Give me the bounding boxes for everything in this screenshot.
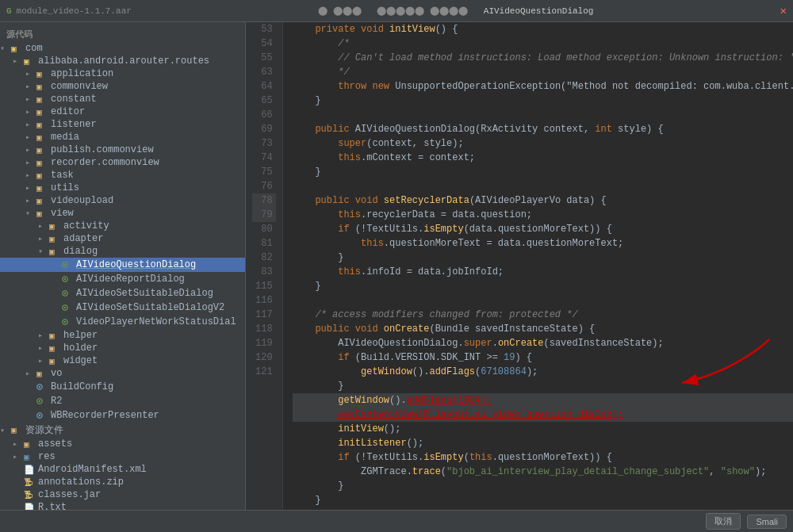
tree-label: R2 bbox=[51, 396, 62, 407]
folder-icon: ▣ bbox=[49, 343, 62, 354]
tree-item-holder[interactable]: ▸▣holder bbox=[0, 342, 245, 354]
tree-item-dialog[interactable]: ▾▣dialog bbox=[0, 245, 245, 258]
class-g-icon: ⊙ bbox=[62, 287, 75, 300]
module-name: module_video-1.1.7.aar bbox=[17, 6, 132, 16]
tree-item-helper[interactable]: ▸▣helper bbox=[0, 329, 245, 342]
tree-item-aivideosetsuitabledialog[interactable]: ⊙AIVideoSetSuitableDialog bbox=[0, 286, 245, 300]
tree-item-view[interactable]: ▾▣view bbox=[0, 207, 245, 220]
tree-item-res[interactable]: ▸▣res bbox=[0, 450, 245, 463]
folder-icon: ▣ bbox=[36, 158, 49, 168]
tree-item-aivideoquestiondialog[interactable]: ⊙AIVideoQuestionDialog bbox=[0, 258, 245, 272]
tree-item-constant[interactable]: ▸▣constant bbox=[0, 93, 245, 105]
tree-label: dialog bbox=[63, 246, 98, 257]
class-g-icon: ⊙ bbox=[62, 273, 75, 285]
folder-icon: ▣ bbox=[36, 369, 49, 379]
folder-icon: ▣ bbox=[11, 425, 24, 435]
cancel-button[interactable]: 取消 bbox=[706, 513, 741, 530]
tree-item-recorder.commonview[interactable]: ▸▣recorder.commonview bbox=[0, 156, 245, 169]
code-line: } bbox=[293, 379, 793, 393]
code-panel[interactable]: 5354556364656669737475767879808182831151… bbox=[246, 22, 793, 510]
package-icon: ▣ bbox=[24, 56, 36, 67]
tree-item-media[interactable]: ▸▣media bbox=[0, 131, 245, 144]
tree-label: annotations.zip bbox=[38, 477, 124, 488]
tree-label: constant bbox=[51, 94, 97, 105]
line-number: 64 bbox=[252, 79, 276, 94]
tree-item-r2[interactable]: ⊙R2 bbox=[0, 394, 245, 408]
tree-item-application[interactable]: ▸▣application bbox=[0, 67, 245, 80]
tree-label: res bbox=[38, 451, 56, 462]
tree-label: vo bbox=[51, 368, 62, 379]
title-bar-icon: G bbox=[6, 6, 12, 16]
code-line: private void initView() { bbox=[293, 22, 793, 36]
tree-item-vo[interactable]: ▸▣vo bbox=[0, 367, 245, 380]
folder-icon: ▣ bbox=[36, 183, 49, 193]
tree-item-activity[interactable]: ▸▣activity bbox=[0, 220, 245, 232]
tree-item-aivideosetsuitabledialogv2[interactable]: ⊙AIVideoSetSuitableDialogV2 bbox=[0, 300, 245, 315]
tree-label: assets bbox=[38, 438, 72, 450]
code-line: this.recyclerData = data.question; bbox=[293, 208, 793, 222]
tree-item-videoupload[interactable]: ▸▣videoupload bbox=[0, 194, 245, 207]
tree-arrow: ▸ bbox=[13, 439, 24, 449]
tree-item-aivideoreportdialog[interactable]: ⊙AIVideoReportDialog bbox=[0, 272, 245, 286]
tree-item-editor[interactable]: ▸▣editor bbox=[0, 105, 245, 118]
tree-item-com[interactable]: ▾▣com bbox=[0, 42, 245, 55]
line-number: 76 bbox=[252, 179, 276, 193]
tree-arrow: ▸ bbox=[13, 56, 24, 66]
tree-item-task[interactable]: ▸▣task bbox=[0, 169, 245, 182]
tree-arrow: ▾ bbox=[25, 209, 36, 218]
folder-icon: ▣ bbox=[36, 132, 49, 143]
tree-item-r.txt[interactable]: 📄R.txt bbox=[0, 501, 245, 510]
class-icon: ⊙ bbox=[36, 409, 49, 422]
line-number: 116 bbox=[252, 293, 276, 308]
folder-icon: ▣ bbox=[49, 234, 62, 244]
tree-arrow: ▸ bbox=[38, 221, 49, 231]
tree-item-annotations.zip[interactable]: 🗜annotations.zip bbox=[0, 476, 245, 488]
tree-arrow: ▸ bbox=[25, 82, 36, 91]
tree-item-androidmanifest.xml[interactable]: 📄AndroidManifest.xml bbox=[0, 463, 245, 476]
code-line: } bbox=[293, 279, 793, 293]
close-button[interactable]: ✕ bbox=[780, 4, 787, 17]
code-line: throw new UnsupportedOperationException(… bbox=[293, 79, 793, 94]
tree-item-assets[interactable]: ▸▣assets bbox=[0, 438, 245, 450]
folder-icon: ▣ bbox=[36, 196, 49, 206]
tree-label: AIVideoQuestionDialog bbox=[76, 259, 196, 270]
tree-item-listener[interactable]: ▸▣listener bbox=[0, 118, 245, 131]
tree-arrow: ▸ bbox=[25, 196, 36, 205]
tree-arrow: ▸ bbox=[38, 343, 49, 353]
code-line: /* access modifiers changed from: protec… bbox=[293, 308, 793, 322]
tree-item-adapter[interactable]: ▸▣adapter bbox=[0, 232, 245, 245]
tree-arrow: ▾ bbox=[38, 247, 49, 256]
class-g-icon: ⊙ bbox=[36, 395, 49, 408]
file-icon: 📄 bbox=[24, 503, 36, 511]
folder-icon: ▣ bbox=[49, 247, 62, 257]
tree-container: ▾▣com▸▣alibaba.android.arouter.routes▸▣a… bbox=[0, 42, 245, 510]
tree-item-wbrecorderpresenter[interactable]: ⊙WBRecorderPresenter bbox=[0, 408, 245, 423]
tree-item-commonview[interactable]: ▸▣commonview bbox=[0, 80, 245, 93]
line-number: 63 bbox=[252, 65, 276, 79]
tree-label: adapter bbox=[63, 233, 103, 244]
code-line: } bbox=[293, 493, 793, 507]
smali-button[interactable]: Smali bbox=[747, 515, 787, 529]
folder-icon: ▣ bbox=[49, 221, 62, 232]
tree-label: widget bbox=[63, 355, 98, 366]
tree-item-publish.commonview[interactable]: ▸▣publish.commonview bbox=[0, 144, 245, 156]
tree-item-classes.jar[interactable]: 🗜classes.jar bbox=[0, 488, 245, 501]
folder-icon: ▣ bbox=[24, 439, 36, 450]
line-number: 65 bbox=[252, 94, 276, 108]
tree-label: media bbox=[51, 132, 79, 143]
code-line: } bbox=[293, 165, 793, 179]
folder-icon: ▣ bbox=[36, 69, 49, 79]
tree-item-widget[interactable]: ▸▣widget bbox=[0, 354, 245, 367]
tree-item-alibaba.android.arouter.routes[interactable]: ▸▣alibaba.android.arouter.routes bbox=[0, 55, 245, 67]
tree-item-buildconfig[interactable]: ⊙BuildConfig bbox=[0, 380, 245, 394]
line-numbers: 5354556364656669737475767879808182831151… bbox=[246, 22, 283, 510]
tree-arrow: ▸ bbox=[25, 369, 36, 378]
main-container: 源代码 ▾▣com▸▣alibaba.android.arouter.route… bbox=[0, 22, 793, 510]
tree-item-videoplayernetworkstatusdial[interactable]: ⊙VideoPlayerNetWorkStatusDial bbox=[0, 315, 245, 329]
line-number: 79 bbox=[252, 208, 276, 222]
folder-icon: ▣ bbox=[49, 331, 62, 341]
tree-item-utils[interactable]: ▸▣utils bbox=[0, 182, 245, 194]
tree-label: task bbox=[51, 170, 74, 181]
tree-item-资源文件[interactable]: ▾▣资源文件 bbox=[0, 423, 245, 438]
code-content: 5354556364656669737475767879808182831151… bbox=[246, 22, 793, 510]
